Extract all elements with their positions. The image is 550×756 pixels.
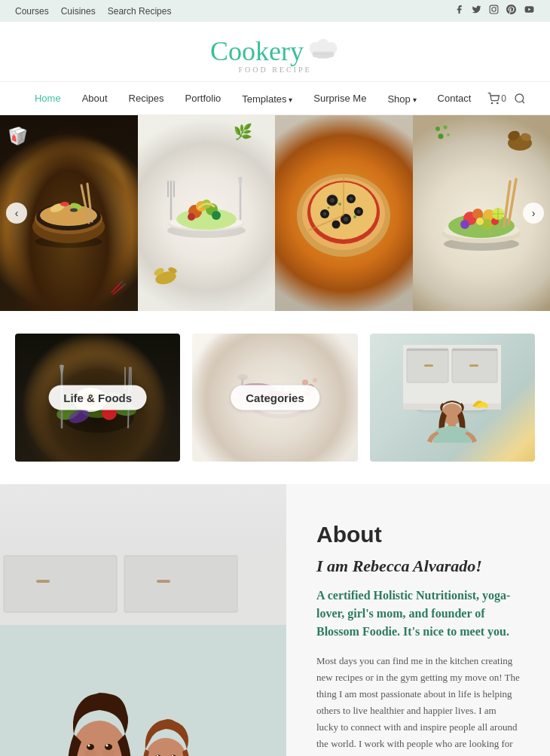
- prev-slide-button[interactable]: ‹: [6, 203, 27, 224]
- cart-button[interactable]: 0: [487, 93, 506, 105]
- nav-templates[interactable]: Templates: [231, 92, 303, 105]
- decor-1: 🥡: [8, 127, 28, 146]
- ginger-art: [153, 263, 179, 288]
- about-section: About I am Rebecca Alvarado! A certified…: [0, 484, 550, 756]
- svg-rect-126: [469, 364, 478, 367]
- about-us-card[interactable]: About Us: [370, 334, 535, 462]
- svg-rect-8: [313, 51, 333, 57]
- svg-point-54: [357, 210, 361, 214]
- svg-point-55: [332, 221, 341, 229]
- svg-rect-124: [452, 349, 497, 351]
- svg-point-48: [350, 197, 353, 201]
- svg-point-69: [460, 220, 469, 229]
- slide-2-content: [157, 163, 255, 264]
- life-foods-label: Life & Foods: [48, 386, 147, 410]
- top-bar-nav: Courses Cuisines Search Recipes: [15, 6, 171, 17]
- svg-rect-123: [407, 349, 448, 351]
- svg-point-21: [70, 209, 78, 212]
- slide-1-content: [20, 163, 118, 264]
- logo[interactable]: Cookery: [210, 35, 340, 67]
- courses-link[interactable]: Courses: [15, 6, 49, 17]
- svg-point-83: [447, 133, 450, 136]
- facebook-icon[interactable]: [454, 5, 464, 17]
- herbs-scatter: [432, 123, 454, 148]
- logo-text: Cookery: [210, 35, 304, 67]
- nav-surprise-me[interactable]: Surprise Me: [303, 90, 377, 107]
- categories-label: Categories: [231, 386, 319, 410]
- svg-point-148: [105, 744, 112, 750]
- nav-shop[interactable]: Shop: [377, 92, 426, 105]
- svg-point-70: [476, 218, 484, 225]
- svg-rect-125: [424, 364, 433, 367]
- main-navigation: Home About Recipes Portfolio Templates S…: [0, 81, 550, 115]
- svg-point-1: [492, 8, 496, 11]
- hero-slider: ‹ 🥡 🥢: [0, 115, 550, 311]
- slide-2: 🌿: [138, 115, 276, 311]
- svg-point-12: [515, 94, 524, 102]
- svg-point-149: [88, 744, 90, 746]
- svg-point-58: [328, 207, 330, 209]
- svg-point-117: [313, 378, 317, 383]
- svg-point-50: [323, 212, 327, 216]
- pinterest-icon[interactable]: [506, 5, 516, 17]
- logo-area: Cookery FOOD RECIPE: [0, 22, 550, 81]
- social-icons: [454, 5, 535, 17]
- svg-point-81: [443, 126, 447, 130]
- about-photo: [0, 484, 286, 756]
- decor-2: 🥢: [110, 279, 127, 296]
- search-button[interactable]: [514, 93, 526, 105]
- svg-point-57: [353, 215, 356, 218]
- svg-point-10: [492, 102, 493, 103]
- nav-about[interactable]: About: [72, 90, 118, 107]
- svg-point-46: [330, 198, 335, 203]
- about-name: I am Rebecca Alvarado!: [316, 556, 520, 576]
- youtube-icon[interactable]: [524, 5, 535, 17]
- nav-home[interactable]: Home: [24, 90, 72, 107]
- categories-card[interactable]: Categories: [192, 334, 357, 462]
- slide-3-content: [287, 163, 400, 264]
- svg-point-147: [87, 744, 94, 750]
- svg-point-80: [435, 127, 440, 131]
- svg-point-2: [496, 7, 497, 8]
- cuisines-link[interactable]: Cuisines: [61, 6, 96, 17]
- svg-point-67: [472, 209, 483, 219]
- nav-portfolio[interactable]: Portfolio: [175, 90, 232, 107]
- category-section: Life & Foods: [0, 311, 550, 484]
- svg-rect-136: [0, 550, 286, 756]
- svg-point-11: [497, 102, 498, 103]
- slide-3: [275, 115, 413, 311]
- cart-count: 0: [501, 93, 506, 104]
- svg-point-56: [338, 203, 341, 206]
- nav-contact[interactable]: Contact: [427, 90, 482, 107]
- about-content: About I am Rebecca Alvarado! A certified…: [286, 484, 550, 756]
- nav-actions: 0: [487, 93, 526, 105]
- about-tagline: A certified Holistic Nutritionist, yoga-…: [316, 587, 520, 641]
- next-slide-button[interactable]: ›: [523, 203, 544, 224]
- nav-recipes[interactable]: Recipes: [118, 90, 175, 107]
- about-section-title: About: [316, 522, 520, 547]
- svg-point-68: [482, 219, 493, 230]
- svg-point-31: [212, 211, 221, 220]
- top-bar: Courses Cuisines Search Recipes: [0, 0, 550, 22]
- life-foods-card[interactable]: Life & Foods: [15, 334, 180, 462]
- herb-1: 🌿: [234, 123, 252, 141]
- nuts-art: [505, 127, 535, 156]
- instagram-icon[interactable]: [489, 5, 499, 17]
- svg-rect-0: [490, 5, 498, 14]
- svg-point-150: [106, 744, 108, 746]
- svg-point-82: [438, 134, 443, 139]
- svg-point-32: [188, 213, 195, 221]
- twitter-icon[interactable]: [472, 5, 481, 17]
- chef-hat-icon: [307, 36, 340, 67]
- about-body-text: Most days you can find me in the kitchen…: [316, 653, 520, 756]
- svg-point-52: [344, 217, 348, 221]
- slide-4-content: [429, 163, 534, 264]
- search-recipes-link[interactable]: Search Recipes: [108, 6, 172, 17]
- svg-point-20: [60, 202, 69, 206]
